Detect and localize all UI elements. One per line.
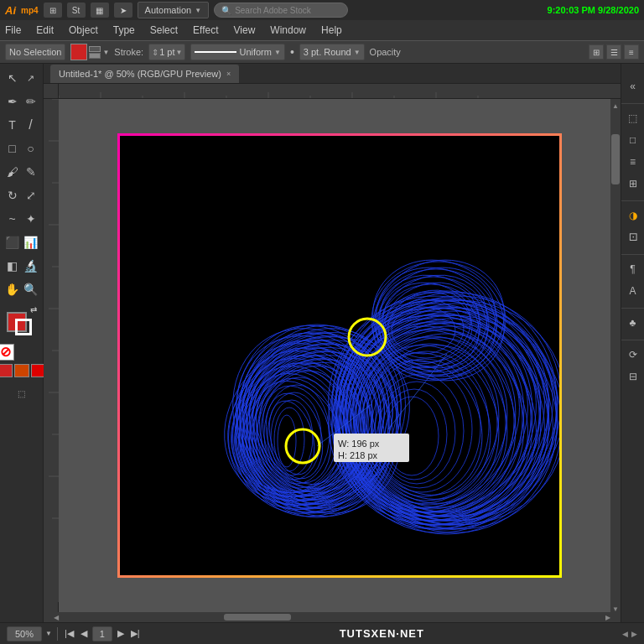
scroll-right-btn[interactable]: ▶ [605, 614, 610, 621]
screen-mode-btn[interactable]: ⬚ [3, 382, 40, 404]
first-page-btn[interactable]: |◀ [63, 628, 75, 639]
color-mode-buttons: ⊘ [0, 344, 46, 377]
tab-close-btn[interactable]: × [226, 70, 231, 78]
graph-tool[interactable]: ⬛ [3, 231, 21, 253]
h-scroll-thumb[interactable] [224, 614, 291, 621]
menu-edit[interactable]: Edit [34, 24, 55, 36]
fill-color-box[interactable] [70, 44, 87, 60]
datetime-display: 9:20:03 PM 9/28/2020 [548, 5, 639, 15]
hand-tool[interactable]: ✋ [3, 278, 21, 300]
transform-icon[interactable]: ⟳ [624, 345, 642, 364]
menu-extra-icon[interactable]: ≡ [624, 44, 639, 60]
menu-type[interactable]: Type [112, 24, 137, 36]
stroke-up-down-icon[interactable]: ⇕ [152, 48, 158, 57]
none-color-btn[interactable]: ⊘ [0, 344, 14, 361]
zoom-dropdown-icon[interactable]: ▼ [45, 630, 52, 637]
dot-separator: • [290, 45, 294, 59]
app-logo: Ai [5, 4, 16, 17]
layers-icon[interactable]: ⬚ [624, 109, 642, 127]
menu-effect[interactable]: Effect [191, 24, 220, 36]
document-tab[interactable]: Untitled-1* @ 50% (RGB/GPU Preview) × [50, 65, 239, 83]
properties-icon[interactable]: ≡ [624, 153, 642, 171]
scale-tool[interactable]: ⤢ [22, 184, 39, 206]
stroke-swatch[interactable] [15, 319, 32, 335]
search-icon: 🔍 [221, 6, 231, 15]
paint-brush-tool[interactable]: 🖌 [3, 161, 21, 183]
menu-help[interactable]: Help [319, 24, 344, 36]
stroke-type-dropdown[interactable]: Uniform ▼ [190, 44, 284, 60]
freehand-tool[interactable]: ✏ [22, 91, 39, 112]
ellipse-tool[interactable]: ○ [22, 138, 39, 159]
color-swatch-2[interactable] [14, 364, 29, 377]
eyedropper-tool[interactable]: 🔬 [22, 255, 39, 277]
color-panel-icon[interactable]: ◑ [624, 206, 642, 225]
line-tool[interactable]: / [22, 114, 39, 136]
scroll-left-btn[interactable]: ◀ [54, 614, 59, 621]
menu-view[interactable]: View [232, 24, 257, 36]
search-bar[interactable]: 🔍 Search Adobe Stock [214, 3, 348, 18]
rect-tool[interactable]: □ [3, 138, 21, 159]
menu-bar: File Edit Object Type Select Effect View… [0, 20, 644, 40]
swatches-icon[interactable]: ⚀ [624, 228, 642, 247]
libraries-icon[interactable]: ⊞ [624, 174, 642, 193]
right-divider-1 [621, 101, 644, 104]
artboard-icon[interactable]: □ [624, 131, 642, 149]
paragraph-icon[interactable]: ¶ [624, 260, 642, 278]
menu-select[interactable]: Select [148, 24, 179, 36]
pen-tool[interactable]: ✒ [3, 91, 21, 112]
tab-spacer [239, 65, 621, 83]
zoom-tool[interactable]: 🔍 [22, 278, 39, 300]
bar-chart-tool[interactable]: 📊 [22, 231, 39, 253]
vertical-scrollbar[interactable]: ▲ ▼ [610, 99, 621, 612]
behavior-icon[interactable]: ⊞ [44, 3, 62, 18]
align-icon[interactable]: ⊞ [589, 44, 604, 60]
gradient-tool[interactable]: ◧ [3, 255, 21, 277]
prev-page-btn[interactable]: ◀ [79, 628, 89, 639]
menu-object[interactable]: Object [67, 24, 100, 36]
automation-dropdown[interactable]: Automation ▼ [138, 2, 210, 18]
page-number[interactable]: 1 [92, 626, 112, 641]
top-bar: Ai mp4 ⊞ St ▦ ➤ Automation ▼ 🔍 Search Ad… [0, 0, 644, 20]
zoom-level[interactable]: 50% [7, 626, 42, 641]
canvas-with-ruler: W: 196 px H: 218 px ▲ ▼ [44, 99, 621, 612]
collapse-panel-btn[interactable]: « [624, 77, 642, 96]
fill-color-option[interactable] [89, 53, 101, 59]
tool-options-bar: No Selection ▼ Stroke: ⇕ 1 pt ▼ Uniform … [0, 40, 644, 64]
canvas-wrapper[interactable]: W: 196 px H: 218 px ▲ ▼ [59, 99, 621, 612]
menu-window[interactable]: Window [268, 24, 308, 36]
warp-tool[interactable]: ~ [3, 208, 21, 230]
color-dropdown-icon[interactable]: ▼ [102, 49, 109, 56]
scroll-up-btn[interactable]: ▲ [611, 102, 620, 109]
stroke-color-option[interactable] [89, 46, 101, 52]
distribute-icon[interactable]: ☰ [606, 44, 621, 60]
selection-tool[interactable]: ↖ [3, 67, 21, 89]
menu-file[interactable]: File [3, 24, 23, 36]
last-page-btn[interactable]: ▶| [129, 628, 142, 639]
right-divider-5 [621, 337, 644, 340]
tab-title: Untitled-1* @ 50% (RGB/GPU Preview) [59, 69, 221, 79]
share-icon[interactable]: ➤ [114, 3, 132, 18]
align-panel-icon[interactable]: ⊟ [624, 367, 642, 386]
round-type-arrow-icon: ▼ [354, 49, 361, 56]
next-page-btn[interactable]: ▶ [116, 628, 126, 639]
round-type-dropdown[interactable]: 3 pt. Round ▼ [299, 44, 365, 60]
stroke-dropdown-icon[interactable]: ▼ [176, 49, 183, 56]
rotate-tool[interactable]: ↻ [3, 184, 21, 206]
character-icon[interactable]: A [624, 282, 642, 300]
horizontal-scrollbar[interactable]: ◀ ▶ [44, 612, 621, 622]
horizontal-ruler [59, 84, 621, 99]
type-tool[interactable]: T [3, 114, 21, 136]
symbols-icon[interactable]: ♣ [624, 314, 642, 332]
color-swatch-1[interactable] [0, 364, 13, 377]
right-divider-4 [621, 305, 644, 309]
scroll-down-btn[interactable]: ▼ [611, 605, 620, 612]
pencil-tool[interactable]: ✎ [22, 161, 39, 183]
symbol-tool[interactable]: ✦ [22, 208, 39, 230]
swap-colors-icon[interactable]: ⇄ [30, 305, 37, 314]
right-divider-3 [621, 252, 644, 255]
direct-select-tool[interactable]: ↗ [22, 67, 39, 89]
star-icon[interactable]: St [67, 3, 86, 18]
grid-icon[interactable]: ▦ [91, 3, 109, 18]
scroll-track [611, 109, 620, 605]
scroll-thumb[interactable] [611, 134, 620, 184]
